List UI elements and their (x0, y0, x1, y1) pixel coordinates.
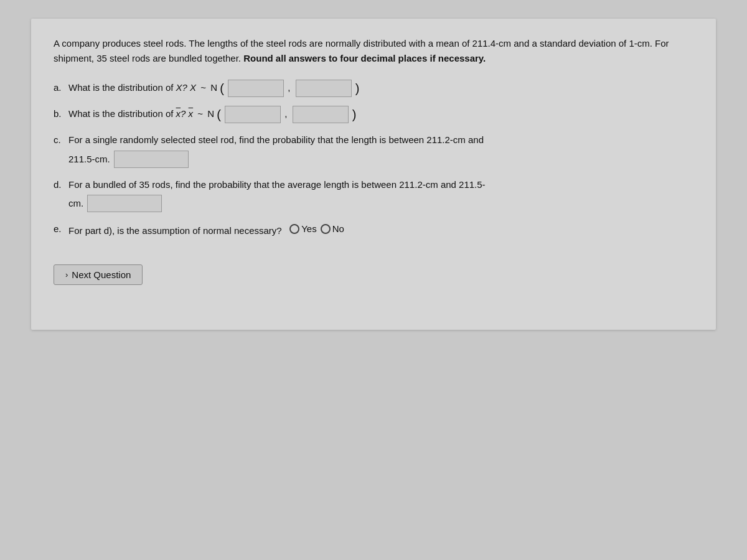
question-d-input[interactable] (87, 195, 162, 212)
question-b-static-text: What is the distribution of (68, 108, 173, 119)
question-a-tilde: ~ (200, 82, 206, 93)
question-c-label: c. (54, 132, 66, 148)
question-c-input[interactable] (114, 151, 189, 168)
question-d: d. For a bundled of 35 rods, find the pr… (54, 177, 693, 213)
question-d-line2-text: cm. (68, 195, 83, 212)
question-d-line1: d. For a bundled of 35 rods, find the pr… (54, 177, 486, 193)
question-d-line2: cm. (68, 195, 163, 212)
questions-list: a. What is the distribution of X? X ~ N … (54, 80, 693, 238)
question-a-close-paren: ) (355, 82, 360, 95)
question-a-X: X (190, 82, 199, 93)
next-button-label: Next Question (72, 269, 131, 280)
question-a-open-paren: ( (220, 82, 224, 95)
question-e-static-text: For part d), is the assumption of normal… (68, 225, 282, 236)
question-e-yes-label[interactable]: Yes (289, 221, 316, 237)
question-e-yes-radio[interactable] (289, 224, 299, 234)
question-a-label: a. (54, 80, 66, 96)
question-e-radio-group: Yes No (289, 221, 344, 237)
question-c-line2: 211.5-cm. (68, 151, 190, 168)
question-e-label: e. (54, 221, 66, 237)
question-c-line1: c. For a single randomly selected steel … (54, 132, 484, 148)
question-a-N: N (210, 82, 217, 93)
question-b-tilde: ~ (197, 108, 205, 119)
question-a-static-text: What is the distribution of (68, 82, 173, 93)
question-b-text: What is the distribution of x? x ~ N ( ,… (68, 106, 356, 123)
chevron-right-icon: › (65, 270, 68, 279)
problem-description: A company produces steel rods. The lengt… (54, 36, 693, 66)
question-b-N: N (207, 108, 214, 119)
question-b-input1[interactable] (225, 106, 281, 123)
main-card: A company produces steel rods. The lengt… (31, 19, 716, 330)
question-b-input2[interactable] (293, 106, 349, 123)
question-b: b. What is the distribution of x? x ~ N … (54, 106, 693, 123)
question-e-yes-text: Yes (301, 221, 316, 237)
question-b-xbar: x (189, 106, 194, 122)
question-a-text: What is the distribution of X? X ~ N ( ,… (68, 80, 359, 97)
question-b-close-paren: ) (352, 108, 357, 121)
question-a-input2[interactable] (296, 80, 352, 97)
question-a-comma: , (288, 82, 290, 93)
question-a-input1[interactable] (228, 80, 284, 97)
question-e: e. For part d), is the assumption of nor… (54, 221, 693, 238)
next-question-button[interactable]: › Next Question (54, 264, 143, 285)
question-a-var: X? (176, 82, 190, 93)
question-a: a. What is the distribution of X? X ~ N … (54, 80, 693, 97)
question-b-label: b. (54, 106, 66, 122)
bold-instructions: Round all answers to four decimal places… (243, 53, 486, 63)
question-d-label: d. (54, 177, 66, 193)
question-c: c. For a single randomly selected steel … (54, 132, 693, 168)
question-b-comma: , (284, 108, 287, 119)
question-c-text: For a single randomly selected steel rod… (68, 132, 484, 148)
question-e-no-label[interactable]: No (321, 221, 344, 237)
question-d-text: For a bundled of 35 rods, find the proba… (68, 177, 486, 193)
question-b-open-paren: ( (217, 108, 221, 121)
question-b-var: x? (176, 108, 189, 119)
question-c-line2-text: 211.5-cm. (68, 151, 110, 167)
question-e-text: For part d), is the assumption of normal… (68, 221, 344, 238)
question-e-no-text: No (332, 221, 344, 237)
question-e-no-radio[interactable] (321, 224, 331, 234)
